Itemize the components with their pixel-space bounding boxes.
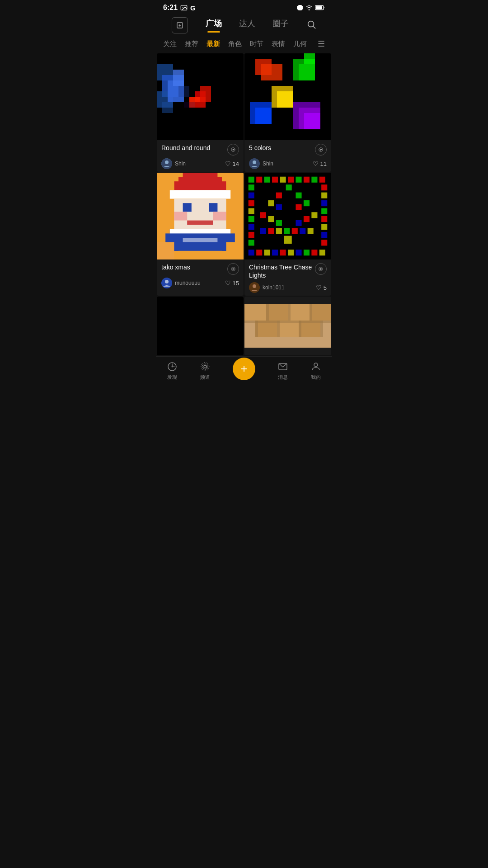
svg-rect-52 — [183, 203, 192, 212]
svg-rect-53 — [209, 203, 217, 212]
svg-rect-108 — [276, 193, 282, 198]
nav-add-button[interactable]: + — [233, 358, 255, 380]
card-title-tako: tako xmas — [161, 263, 225, 271]
play-icon-5colors[interactable] — [315, 144, 327, 156]
svg-rect-120 — [260, 228, 266, 234]
svg-rect-103 — [321, 216, 327, 222]
compass-icon — [167, 361, 178, 372]
search-button[interactable] — [306, 19, 316, 32]
svg-rect-2 — [298, 5, 302, 10]
card-info-round: Round and round Shin ♡ 14 — [157, 140, 244, 172]
author-name-shin-1: Shin — [175, 160, 186, 167]
svg-rect-144 — [255, 321, 258, 337]
svg-rect-3 — [297, 6, 298, 9]
svg-rect-34 — [304, 53, 315, 64]
author-name-munouuuu: munouuuu — [175, 280, 201, 286]
svg-rect-96 — [249, 224, 254, 230]
svg-rect-75 — [280, 177, 286, 183]
card-info-christmas: Christmas Tree Chase Lights koln1011 ♡ — [244, 259, 331, 296]
svg-rect-65 — [226, 242, 244, 259]
svg-marker-43 — [320, 149, 322, 150]
svg-rect-6 — [316, 6, 322, 9]
photo-icon — [180, 4, 188, 11]
author-row-christmas: koln1011 ♡ 5 — [249, 282, 327, 293]
svg-rect-73 — [264, 177, 270, 183]
svg-rect-109 — [296, 193, 301, 198]
svg-rect-61 — [183, 238, 218, 242]
cat-festival[interactable]: 时节 — [250, 40, 263, 48]
nav-discover[interactable]: 发现 — [167, 361, 178, 381]
nav-messages[interactable]: 消息 — [277, 361, 288, 381]
svg-rect-97 — [249, 232, 254, 238]
svg-line-155 — [283, 363, 287, 367]
thumb-christmas — [244, 173, 331, 259]
svg-rect-117 — [296, 220, 301, 226]
card-bottom-right[interactable] — [244, 297, 331, 355]
bottom-nav: 发现 频道 + 消息 我的 — [156, 356, 332, 388]
tab-plaza[interactable]: 广场 — [206, 18, 222, 33]
thumb-round-round — [157, 53, 244, 140]
svg-rect-98 — [249, 240, 254, 245]
card-round-and-round[interactable]: Round and round Shin ♡ 14 — [157, 53, 244, 172]
play-icon-christmas[interactable] — [315, 263, 327, 275]
nav-discover-label: 发现 — [167, 374, 177, 381]
author-row-tako: munouuuu ♡ 15 — [161, 278, 239, 288]
svg-rect-105 — [321, 232, 327, 238]
tab-expert[interactable]: 达人 — [239, 18, 255, 33]
thumb-tako — [157, 173, 244, 259]
svg-rect-74 — [272, 177, 278, 183]
wifi-icon — [305, 5, 313, 10]
svg-rect-56 — [187, 221, 213, 225]
card-tako-xmas[interactable]: tako xmas munouuuu ♡ 15 — [157, 173, 244, 296]
g-icon: G — [190, 4, 196, 12]
svg-rect-47 — [183, 173, 218, 177]
cat-geometry[interactable]: 几何 — [293, 40, 307, 48]
svg-rect-136 — [310, 304, 331, 321]
cat-follow[interactable]: 关注 — [163, 40, 177, 48]
svg-rect-95 — [249, 216, 254, 222]
svg-rect-64 — [157, 242, 174, 259]
svg-point-69 — [165, 280, 169, 283]
status-right — [297, 4, 325, 11]
cat-recommend[interactable]: 推荐 — [185, 40, 198, 48]
svg-rect-122 — [276, 228, 282, 234]
cat-role[interactable]: 角色 — [228, 40, 242, 48]
svg-rect-80 — [319, 177, 325, 183]
cat-expression[interactable]: 表情 — [272, 40, 285, 48]
card-christmas-tree[interactable]: Christmas Tree Chase Lights koln1011 ♡ — [244, 173, 331, 296]
svg-point-45 — [253, 160, 256, 164]
like-row-christmas: ♡ 5 — [316, 284, 327, 291]
svg-rect-123 — [284, 228, 290, 234]
battery-icon — [315, 5, 325, 10]
category-menu-icon[interactable]: ☰ — [318, 39, 325, 49]
tab-circle[interactable]: 圈子 — [272, 18, 289, 33]
svg-rect-119 — [311, 212, 317, 218]
svg-rect-101 — [321, 200, 327, 206]
svg-rect-94 — [249, 208, 254, 214]
svg-rect-106 — [321, 240, 327, 245]
card-bottom-left[interactable] — [157, 297, 244, 355]
svg-rect-115 — [268, 216, 274, 222]
svg-rect-121 — [268, 228, 274, 234]
nav-profile[interactable]: 我的 — [310, 361, 321, 381]
svg-rect-125 — [300, 228, 305, 234]
play-icon-tako[interactable] — [227, 263, 239, 275]
svg-rect-113 — [304, 200, 310, 206]
like-count-christmas: 5 — [324, 284, 327, 291]
like-count-5colors: 11 — [320, 160, 327, 167]
svg-rect-41 — [304, 113, 320, 129]
add-content-button[interactable] — [172, 17, 188, 33]
vibrate-icon — [297, 4, 303, 11]
svg-rect-88 — [304, 250, 310, 255]
svg-rect-33 — [299, 64, 315, 80]
author-row-round: Shin ♡ 14 — [161, 158, 239, 169]
heart-icon-round: ♡ — [225, 160, 231, 167]
nav-channel[interactable]: 频道 — [200, 361, 211, 381]
cat-latest[interactable]: 最新 — [206, 40, 220, 48]
svg-rect-82 — [256, 250, 262, 255]
svg-rect-83 — [264, 250, 270, 255]
svg-rect-17 — [173, 70, 184, 86]
card-5colors[interactable]: 5 colors Shin ♡ 11 — [244, 53, 331, 172]
play-icon-round[interactable] — [227, 144, 239, 156]
radio-icon — [200, 361, 211, 372]
